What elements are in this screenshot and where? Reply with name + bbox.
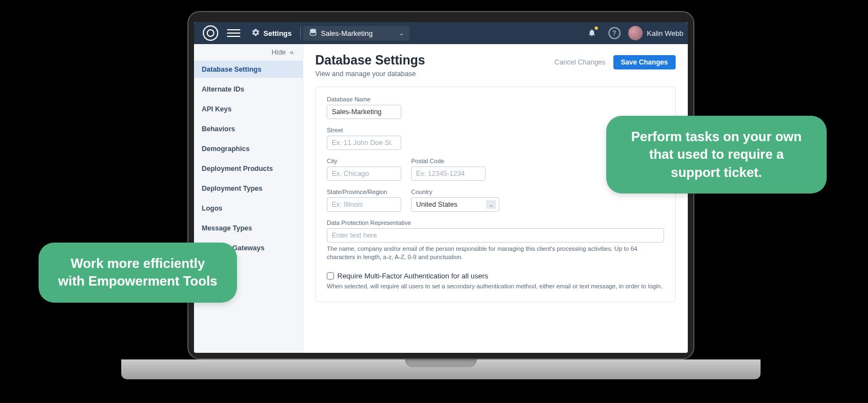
sidebar-item-api-keys[interactable]: API Keys [194,101,303,117]
callout-right: Perform tasks on your own that used to r… [606,116,827,194]
database-switcher[interactable]: Sales-Marketing ⌄ [303,26,409,41]
menu-icon[interactable] [227,27,240,39]
dpr-help-text: The name, company and/or email of the pe… [327,245,664,262]
state-label: State/Province/Region [327,189,401,195]
settings-label: Settings [263,29,292,37]
sidebar-item-deployment-products[interactable]: Deployment Products [194,160,303,177]
mfa-label: Require Multi-Factor Authentication for … [337,272,488,280]
notification-dot [595,26,598,30]
country-label: Country [411,189,499,195]
city-input[interactable] [327,166,401,181]
hide-sidebar-button[interactable]: Hide « [194,44,303,61]
sidebar-item-behaviors[interactable]: Behaviors [194,121,303,137]
postal-code-label: Postal Code [411,158,486,164]
state-input[interactable] [327,197,401,212]
database-name: Sales-Marketing [321,29,373,37]
header-divider [300,27,301,39]
dpr-label: Data Protection Representative [327,219,664,226]
page-subtitle: View and manage your database [315,70,554,78]
laptop-base [121,359,761,379]
sidebar-item-demographics[interactable]: Demographics [194,141,303,157]
mfa-checkbox[interactable] [327,272,334,280]
notification-bell-icon[interactable] [587,28,596,39]
gear-icon[interactable] [251,28,260,39]
sidebar-item-alternate-ids[interactable]: Alternate IDs [194,81,303,98]
callout-left: Work more efficiently with Empowerment T… [39,243,237,303]
sidebar-item-message-types[interactable]: Message Types [194,220,303,237]
country-select[interactable] [411,197,499,212]
street-input[interactable] [327,136,401,150]
database-name-input[interactable] [327,105,401,119]
sidebar-item-database-settings[interactable]: Database Settings [194,61,303,78]
sidebar-item-logos[interactable]: Logos [194,200,303,217]
laptop-frame: Settings Sales-Marketing ⌄ ? Kalin Webb [187,11,694,379]
page-header: Database Settings View and manage your d… [315,53,676,78]
top-header: Settings Sales-Marketing ⌄ ? Kalin Webb [194,22,688,44]
postal-code-input[interactable] [411,166,486,181]
database-icon [309,28,316,39]
user-name: Kalin Webb [647,29,683,37]
app-logo-icon[interactable] [203,25,218,41]
chevron-down-icon: ⌄ [399,30,404,37]
page-title: Database Settings [315,53,554,68]
laptop-notch [405,359,477,367]
save-changes-button[interactable]: Save Changes [613,55,676,69]
chevron-left-icon: « [290,49,294,56]
hide-label: Hide [272,49,286,56]
mfa-help-text: When selected, will require all users to… [327,282,664,291]
help-icon[interactable]: ? [608,27,621,39]
city-label: City [327,158,401,164]
sidebar-item-deployment-types[interactable]: Deployment Types [194,180,303,197]
user-avatar[interactable] [628,26,643,40]
app-body: Hide « Database Settings Alternate IDs A… [194,44,688,353]
cancel-changes-link[interactable]: Cancel Changes [554,58,605,66]
dpr-input[interactable] [327,228,664,243]
main-content: Database Settings View and manage your d… [303,44,688,353]
sidebar: Hide « Database Settings Alternate IDs A… [194,44,303,353]
database-name-label: Database Name [327,96,664,103]
